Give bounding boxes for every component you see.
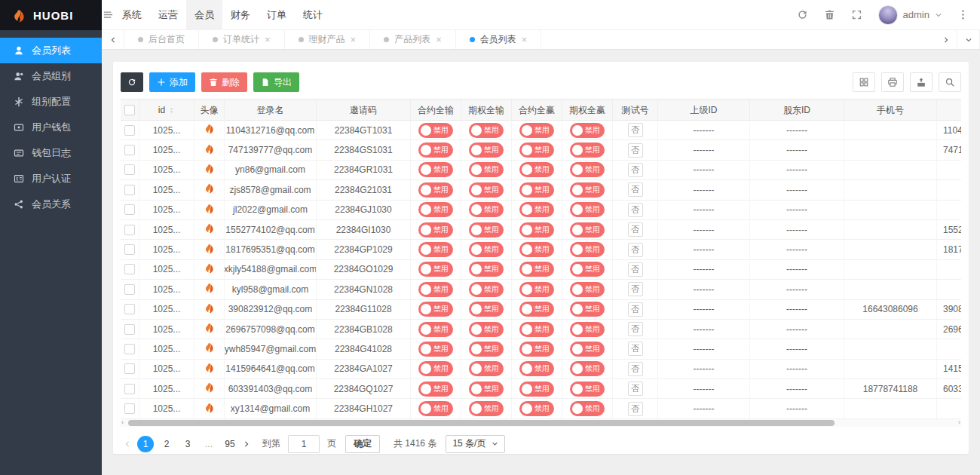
status-toggle[interactable]: 禁用 (570, 322, 605, 337)
close-icon[interactable]: × (265, 35, 271, 44)
page-number[interactable]: 95 (222, 436, 238, 452)
page-number[interactable]: 3 (179, 436, 196, 452)
sort-icon[interactable] (168, 107, 175, 114)
tab[interactable]: 会员列表 × (456, 30, 542, 49)
status-toggle[interactable]: 禁用 (570, 382, 605, 397)
status-toggle[interactable]: 禁用 (418, 361, 453, 376)
row-checkbox[interactable] (124, 145, 135, 155)
close-icon[interactable]: × (522, 35, 528, 44)
prev-page-icon[interactable] (124, 440, 131, 448)
sidebar-item[interactable]: 钱包日志 (0, 140, 102, 166)
status-toggle[interactable]: 禁用 (469, 361, 504, 376)
topnav-item[interactable]: 会员 (186, 0, 222, 30)
status-toggle[interactable]: 禁用 (570, 242, 605, 257)
status-toggle[interactable]: 禁用 (418, 302, 453, 317)
status-toggle[interactable]: 禁用 (519, 361, 554, 376)
fullscreen-icon[interactable] (851, 9, 863, 21)
confirm-button[interactable]: 确定 (345, 435, 380, 453)
status-toggle[interactable]: 禁用 (519, 242, 554, 257)
topnav-item[interactable]: 统计 (295, 0, 331, 30)
more-dots-icon[interactable] (957, 9, 969, 21)
status-toggle[interactable]: 禁用 (570, 342, 605, 357)
status-toggle[interactable]: 禁用 (418, 282, 453, 297)
topnav-item[interactable]: 系统 (114, 0, 150, 30)
status-toggle[interactable]: 禁用 (519, 302, 554, 317)
hamburger-icon[interactable] (102, 9, 114, 21)
row-checkbox[interactable] (124, 225, 135, 235)
status-toggle[interactable]: 禁用 (570, 142, 605, 158)
tabs-menu-icon[interactable] (957, 30, 980, 49)
status-toggle[interactable]: 禁用 (469, 123, 504, 138)
status-toggle[interactable]: 禁用 (418, 262, 453, 277)
row-checkbox[interactable] (124, 324, 135, 335)
status-toggle[interactable]: 禁用 (570, 182, 605, 198)
tab[interactable]: 订单统计 × (199, 30, 285, 49)
status-toggle[interactable]: 禁用 (519, 342, 554, 357)
row-checkbox[interactable] (124, 384, 135, 394)
status-toggle[interactable]: 禁用 (418, 242, 453, 257)
columns-grid-icon[interactable] (853, 72, 875, 92)
status-toggle[interactable]: 禁用 (469, 142, 504, 158)
status-toggle[interactable]: 禁用 (469, 182, 504, 198)
tab[interactable]: 理财产品 × (285, 30, 371, 49)
sidebar-item[interactable]: 用户钱包 (0, 115, 102, 140)
status-toggle[interactable]: 禁用 (469, 242, 504, 257)
sidebar-item[interactable]: 会员列表 (0, 38, 102, 63)
status-toggle[interactable]: 禁用 (570, 222, 605, 238)
status-toggle[interactable]: 禁用 (570, 202, 605, 217)
topnav-item[interactable]: 订单 (259, 0, 295, 30)
status-toggle[interactable]: 禁用 (519, 202, 554, 217)
scroll-right-arrow-icon[interactable]: › (958, 418, 960, 426)
status-toggle[interactable]: 禁用 (418, 142, 453, 158)
status-toggle[interactable]: 禁用 (469, 282, 504, 297)
tabs-scroll-right-icon[interactable] (935, 30, 957, 49)
status-toggle[interactable]: 禁用 (519, 123, 554, 138)
status-toggle[interactable]: 禁用 (418, 162, 453, 177)
status-toggle[interactable]: 禁用 (519, 401, 554, 416)
delete-button[interactable]: 删除 (201, 72, 247, 92)
status-toggle[interactable]: 禁用 (469, 262, 504, 277)
sidebar-item[interactable]: 组别配置 (0, 89, 102, 115)
status-toggle[interactable]: 禁用 (418, 401, 453, 416)
status-toggle[interactable]: 禁用 (570, 123, 605, 138)
tabs-scroll-left-icon[interactable] (102, 30, 124, 49)
status-toggle[interactable]: 禁用 (519, 262, 554, 277)
topnav-item[interactable]: 财务 (222, 0, 259, 30)
column-header[interactable]: id (139, 100, 194, 121)
status-toggle[interactable]: 禁用 (469, 342, 504, 357)
status-toggle[interactable]: 禁用 (418, 123, 453, 138)
brand-logo[interactable]: HUOBI (0, 0, 102, 30)
status-toggle[interactable]: 禁用 (418, 342, 453, 357)
row-checkbox[interactable] (124, 304, 135, 314)
status-toggle[interactable]: 禁用 (469, 162, 504, 177)
print-icon[interactable] (881, 72, 904, 92)
row-checkbox[interactable] (124, 344, 135, 354)
row-checkbox[interactable] (124, 403, 135, 414)
sidebar-item[interactable]: 会员关系 (0, 192, 102, 217)
tab[interactable]: 后台首页 (124, 30, 199, 49)
horizontal-scrollbar[interactable]: ‹ › (121, 419, 961, 427)
status-toggle[interactable]: 禁用 (418, 222, 453, 238)
status-toggle[interactable]: 禁用 (469, 222, 504, 238)
status-toggle[interactable]: 禁用 (570, 302, 605, 317)
select-all-checkbox[interactable] (124, 105, 135, 115)
status-toggle[interactable]: 禁用 (418, 202, 453, 217)
export-button[interactable]: 导出 (253, 72, 299, 92)
status-toggle[interactable]: 禁用 (570, 282, 605, 297)
status-toggle[interactable]: 禁用 (469, 401, 504, 416)
per-page-select[interactable]: 15 条/页 (446, 435, 505, 453)
row-checkbox[interactable] (124, 204, 135, 215)
topnav-item[interactable]: 运营 (150, 0, 186, 30)
row-checkbox[interactable] (124, 125, 135, 136)
user-menu[interactable]: admin (878, 5, 942, 25)
refresh-button[interactable] (121, 72, 143, 92)
status-toggle[interactable]: 禁用 (570, 162, 605, 177)
tab[interactable]: 产品列表 × (370, 30, 456, 49)
scrollbar-thumb[interactable] (128, 420, 835, 426)
close-icon[interactable]: × (436, 35, 442, 44)
scroll-left-arrow-icon[interactable]: ‹ (121, 418, 124, 426)
row-checkbox[interactable] (124, 264, 135, 274)
sidebar-item[interactable]: 会员组别 (0, 63, 102, 89)
status-toggle[interactable]: 禁用 (519, 162, 554, 177)
status-toggle[interactable]: 禁用 (418, 182, 453, 198)
